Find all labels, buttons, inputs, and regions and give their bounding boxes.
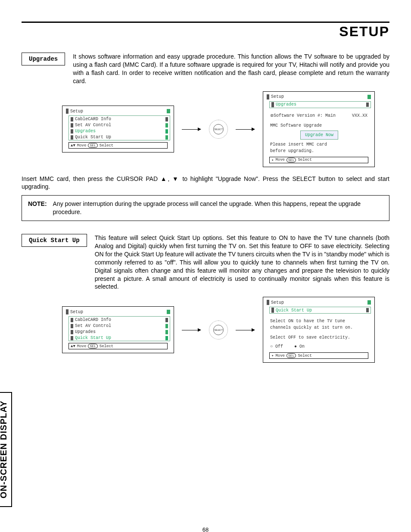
osd-footer-move: Move bbox=[77, 344, 87, 348]
mmc-msg-2: before upgrading. bbox=[270, 148, 367, 154]
note-text: Any power interruption during the upgrad… bbox=[53, 200, 383, 216]
quickstart-paragraph: This feature will select Quick Start Up … bbox=[95, 234, 389, 291]
osd-quickstart-menu: Setup CableCARD Info Set AV Control Upgr… bbox=[62, 306, 174, 353]
osd-item: Quick Start Up bbox=[75, 135, 165, 140]
osd-footer: ✦ Move SEL Select bbox=[269, 352, 368, 359]
select-button-label: SELECT bbox=[213, 325, 224, 335]
sw-version-value: VXX.XX bbox=[352, 112, 367, 119]
upgrades-diagram: Setup CableCARD Info Set AV Control Upgr… bbox=[47, 91, 389, 167]
qs-line3: Select OFF to save electricity. bbox=[270, 334, 367, 341]
quickstart-diagram: Setup CableCARD Info Set AV Control Upgr… bbox=[47, 297, 389, 363]
osd-footer-selpill: SEL bbox=[286, 353, 296, 358]
side-tab: ON-SCREEN DISPLAY bbox=[0, 392, 12, 507]
osd-upgrades-menu: Setup CableCARD Info Set AV Control Upgr… bbox=[62, 106, 174, 152]
mmc-msg-1: Please insert MMC card bbox=[270, 141, 367, 148]
osd-item: Set AV Control bbox=[75, 123, 165, 128]
select-button-graphic: SELECT bbox=[209, 120, 228, 139]
note-box: NOTE: Any power interruption during the … bbox=[22, 195, 389, 221]
radio-off[interactable]: Off bbox=[270, 344, 283, 349]
osd-item-selected: Upgrades bbox=[75, 129, 165, 134]
osd-footer-selpill: SEL bbox=[286, 158, 296, 162]
osd-footer-selpill: SEL bbox=[88, 143, 97, 148]
osd-title: Setup bbox=[70, 310, 83, 314]
select-button-label: SELECT bbox=[213, 124, 224, 134]
qs-line1: Select ON to have the TV tune bbox=[270, 318, 367, 324]
osd-title: Setup bbox=[70, 109, 83, 114]
osd-item: CableCARD Info bbox=[75, 117, 165, 121]
upgrade-now-button[interactable]: Upgrade Now bbox=[300, 131, 338, 140]
qs-line2: channels quickly at 1st turn on. bbox=[270, 324, 367, 331]
osd-footer-select: Select bbox=[100, 143, 113, 148]
upgrades-label: Upgrades bbox=[22, 53, 65, 65]
osd-upgrades-detail: Setup Upgrades ⦿Software Version #: Main… bbox=[263, 91, 375, 167]
osd-subtitle: Quick Start Up bbox=[276, 308, 312, 313]
osd-footer-select: Select bbox=[100, 344, 113, 348]
radio-on[interactable]: On bbox=[294, 344, 305, 349]
upgrades-instruction: Insert MMC card, then press the CURSOR P… bbox=[22, 175, 389, 191]
mmc-upgrade-label: MMC Software Upgrade bbox=[270, 122, 367, 129]
top-rule bbox=[22, 22, 389, 23]
osd-item: CableCARD Info bbox=[75, 317, 165, 322]
osd-title: Setup bbox=[271, 94, 284, 99]
osd-item: Set AV Control bbox=[75, 324, 165, 328]
osd-footer-select: Select bbox=[298, 158, 311, 162]
osd-footer-move: Move bbox=[275, 158, 285, 162]
osd-item-selected: Quick Start Up bbox=[75, 336, 165, 340]
osd-footer: ✦ Move SEL Select bbox=[269, 157, 368, 163]
osd-footer-selpill: SEL bbox=[88, 344, 97, 348]
sw-version-label: Software Version #: Main bbox=[274, 113, 336, 118]
note-label: NOTE: bbox=[28, 200, 47, 216]
osd-subtitle: Upgrades bbox=[276, 102, 296, 107]
osd-footer: ▲▼ Move SEL Select bbox=[68, 343, 168, 349]
upgrades-paragraph: It shows software information and easy u… bbox=[73, 53, 389, 85]
page-title: SETUP bbox=[22, 24, 389, 40]
select-button-graphic: SELECT bbox=[209, 320, 228, 339]
osd-title: Setup bbox=[271, 300, 284, 305]
osd-quickstart-detail: Setup Quick Start Up Select ON to have t… bbox=[263, 297, 375, 363]
osd-footer-move: Move bbox=[275, 354, 285, 358]
osd-footer-select: Select bbox=[298, 354, 311, 358]
page-number: 68 bbox=[22, 526, 389, 532]
osd-footer-move: Move bbox=[77, 143, 87, 148]
osd-item: Upgrades bbox=[75, 330, 165, 334]
osd-footer: ▲▼ Move SEL Select bbox=[68, 142, 168, 149]
quickstart-label: Quick Start Up bbox=[22, 234, 87, 247]
